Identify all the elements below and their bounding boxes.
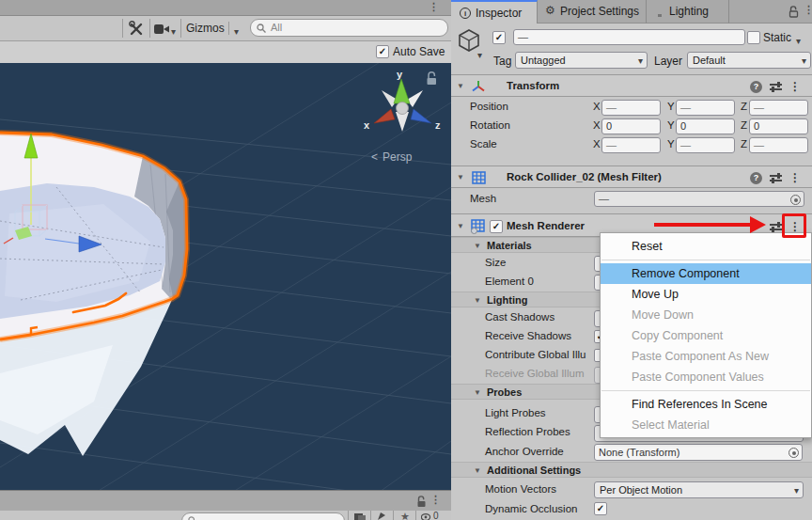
mesh-filter-header[interactable]: Rock Collider_02 (Mesh Filter) ?	[451, 165, 812, 188]
motion-vectors-dropdown[interactable]: Per Object Motion	[594, 481, 804, 498]
bottom-panel-partial: ★ 0	[0, 511, 451, 520]
tab-label: Inspector	[476, 7, 522, 20]
camera-dropdown-icon[interactable]	[171, 22, 176, 39]
axis-x-label: X	[593, 138, 601, 150]
anchor-override-field[interactable]: None (Transform)	[594, 444, 803, 461]
menu-item-move-up[interactable]: Move Up	[601, 284, 811, 305]
search-icon	[257, 24, 267, 34]
annotation-arrow-line	[654, 223, 752, 227]
eye-icon[interactable]	[421, 512, 432, 520]
persp-label[interactable]: Persp	[383, 150, 413, 164]
inspector-panel: i Inspector ⚙ Project Settings Lighting …	[451, 0, 812, 520]
static-dropdown-icon[interactable]	[796, 31, 801, 48]
row-label: Anchor Override	[485, 446, 564, 457]
foldout-icon[interactable]	[457, 82, 464, 90]
position-x-field[interactable]: —	[601, 100, 661, 116]
inspector-menu-icon[interactable]	[804, 4, 812, 16]
toolbar-divider	[149, 19, 150, 38]
menu-separator	[601, 260, 810, 260]
mesh-object-field[interactable]: —	[594, 191, 804, 207]
gizmos-button[interactable]: Gizmos	[186, 22, 225, 35]
autosave-checkbox[interactable]	[376, 45, 389, 58]
toolbar-divider	[122, 19, 123, 38]
scale-x-field[interactable]: —	[601, 137, 661, 153]
layer-dropdown[interactable]: Default	[687, 52, 811, 69]
position-z-field[interactable]: —	[749, 100, 808, 116]
scale-z-field[interactable]: —	[749, 137, 808, 153]
search-icon	[188, 516, 197, 520]
gameobject-icon-dropdown[interactable]	[477, 45, 482, 62]
autosave-label: Auto Save	[393, 45, 445, 58]
scene-viewport[interactable]: y x z < Persp	[0, 63, 451, 490]
tab-label: Project Settings	[560, 5, 639, 18]
inspector-tab-bar: i Inspector ⚙ Project Settings Lighting	[451, 0, 812, 24]
favorites-star-icon[interactable]: ★	[400, 511, 410, 520]
axis-y-label: Y	[667, 138, 675, 150]
scene-panel-menu-icon[interactable]	[429, 1, 439, 13]
transform-header[interactable]: Transform ?	[451, 74, 812, 97]
tools-icon[interactable]	[129, 21, 145, 37]
axis-z-label: Z	[741, 138, 747, 150]
camera-icon[interactable]	[154, 24, 170, 35]
object-picker-icon[interactable]	[790, 195, 801, 205]
gameobject-header: — Static Tag Untagged Layer Default	[451, 24, 812, 74]
component-menu-icon[interactable]	[789, 80, 801, 93]
static-checkbox[interactable]	[747, 31, 760, 44]
help-icon[interactable]: ?	[750, 172, 762, 184]
row-label: Contribute Global Illu	[485, 349, 586, 360]
rotation-z-field[interactable]: 0	[749, 118, 808, 134]
chevron-down-icon	[802, 53, 806, 69]
mesh-renderer-enabled-checkbox[interactable]	[490, 220, 503, 233]
additional-settings-section-header[interactable]: Additional Settings	[451, 462, 812, 478]
foldout-icon[interactable]	[474, 296, 481, 305]
inspector-lock-icon[interactable]	[789, 6, 799, 18]
gizmos-dropdown-icon[interactable]	[234, 22, 239, 39]
edit-icon[interactable]	[377, 512, 388, 520]
bottom-lock-icon[interactable]	[416, 496, 427, 508]
name-field[interactable]: —	[513, 29, 745, 45]
active-checkbox[interactable]	[492, 31, 506, 44]
scene-search-input[interactable]: All	[250, 19, 448, 37]
row-label: Size	[485, 257, 506, 268]
tab-inspector[interactable]: i Inspector	[451, 0, 538, 24]
foldout-icon[interactable]	[457, 173, 464, 181]
scale-y-field[interactable]: —	[676, 137, 735, 153]
tab-lighting[interactable]: Lighting	[647, 0, 729, 24]
menu-item-find-references[interactable]: Find References In Scene	[601, 394, 811, 415]
tag-dropdown[interactable]: Untagged	[515, 52, 648, 69]
bottom-search-input[interactable]	[181, 512, 345, 520]
row-label: Position	[470, 101, 508, 112]
tab-project-settings[interactable]: ⚙ Project Settings	[538, 0, 647, 24]
rotation-row: Rotation X 0 Y 0 Z 0	[451, 117, 812, 135]
dynamic-occlusion-checkbox[interactable]	[594, 502, 607, 515]
position-y-field[interactable]: —	[676, 100, 735, 116]
help-icon[interactable]: ?	[750, 81, 762, 93]
object-picker-icon[interactable]	[789, 448, 799, 458]
axis-label-x[interactable]: x	[364, 119, 370, 131]
row-label: Light Probes	[485, 407, 546, 418]
presets-icon[interactable]	[770, 81, 782, 92]
foldout-icon[interactable]	[474, 466, 481, 475]
axis-label-y[interactable]: y	[397, 69, 403, 80]
layer-value: Default	[693, 55, 726, 66]
foldout-icon[interactable]	[474, 242, 481, 250]
component-title: Mesh Renderer	[507, 220, 585, 231]
rotation-y-field[interactable]: 0	[676, 118, 735, 134]
foldout-icon[interactable]	[457, 222, 464, 230]
layers-icon[interactable]	[353, 512, 367, 520]
section-title: Materials	[487, 240, 532, 251]
presets-icon[interactable]	[770, 172, 782, 183]
component-menu-icon[interactable]	[789, 171, 801, 184]
foldout-icon[interactable]	[474, 388, 481, 397]
section-title: Lighting	[487, 294, 527, 306]
static-label: Static	[763, 31, 791, 44]
rotation-x-field[interactable]: 0	[601, 118, 661, 134]
dynamic-occlusion-row: Dynamic Occlusion	[451, 500, 812, 519]
menu-item-remove-component[interactable]: Remove Component	[601, 263, 811, 284]
bottom-panel-menu-icon[interactable]	[430, 494, 441, 506]
axis-x-label: X	[593, 119, 601, 131]
presets-icon[interactable]	[770, 221, 782, 232]
transform-icon	[471, 80, 486, 93]
axis-label-z[interactable]: z	[435, 119, 441, 131]
menu-item-reset[interactable]: Reset	[601, 236, 811, 257]
